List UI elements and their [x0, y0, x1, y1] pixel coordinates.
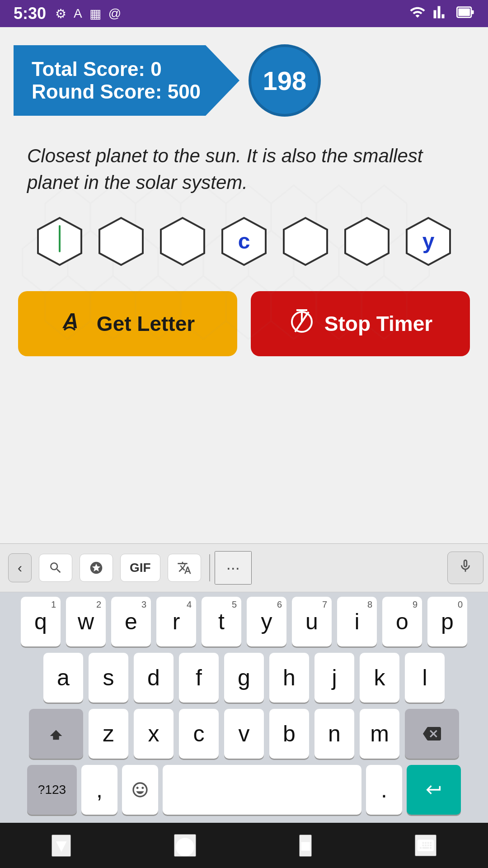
- keyboard-sticker-button[interactable]: [80, 554, 113, 582]
- gif-label: GIF: [130, 561, 151, 575]
- clue-container: Closest planet to the sun. It is also th…: [27, 143, 470, 196]
- keyboard-back-button[interactable]: ‹: [8, 553, 32, 582]
- nav-keyboard-button[interactable]: [415, 835, 436, 856]
- stop-timer-label: Stop Timer: [324, 311, 432, 336]
- keyboard-gif-button[interactable]: GIF: [120, 554, 160, 582]
- key-backspace[interactable]: [405, 709, 459, 759]
- score-banner: Total Score: 0 Round Score: 500: [14, 45, 239, 116]
- wifi-icon: [409, 4, 426, 24]
- svg-marker-29: [99, 218, 143, 265]
- status-bar: 5:30 ⚙ A ▦ @: [0, 0, 488, 27]
- key-f[interactable]: f: [179, 653, 219, 703]
- key-c[interactable]: c: [179, 709, 219, 759]
- timer-circle: 198: [249, 44, 321, 117]
- action-buttons: A Get Letter Stop Timer: [18, 291, 470, 356]
- key-j[interactable]: j: [314, 653, 354, 703]
- battery-icon: [456, 4, 474, 24]
- stop-timer-button[interactable]: Stop Timer: [251, 291, 470, 356]
- key-y[interactable]: 6y: [247, 597, 286, 646]
- clue-text: Closest planet to the sun. It is also th…: [27, 143, 470, 196]
- key-o[interactable]: 9o: [382, 597, 422, 646]
- nav-recent-button[interactable]: ■: [299, 835, 312, 857]
- timer-value: 198: [263, 66, 307, 96]
- key-i[interactable]: 8i: [337, 597, 377, 646]
- key-enter[interactable]: [407, 765, 461, 815]
- key-p[interactable]: 0p: [427, 597, 467, 646]
- key-u[interactable]: 7u: [292, 597, 332, 646]
- key-q[interactable]: 1q: [21, 597, 61, 646]
- card-icon: ▦: [89, 6, 101, 21]
- stop-timer-icon: [288, 307, 315, 340]
- hex-letter-0: [59, 225, 61, 257]
- get-letter-icon: A: [61, 307, 88, 340]
- key-e[interactable]: 3e: [111, 597, 151, 646]
- get-letter-label: Get Letter: [97, 311, 195, 336]
- keyboard-more-button[interactable]: ···: [215, 551, 252, 585]
- key-shift[interactable]: [29, 709, 83, 759]
- keyboard-mic-button[interactable]: [447, 552, 483, 584]
- hex-letter-3: c: [238, 229, 250, 254]
- keyboard-container: ‹ GIF ··· 1q 2w 3e 4r 5t 6y 7u 8i: [0, 543, 488, 823]
- kb-row-1: 1q 2w 3e 4r 5t 6y 7u 8i 9o 0p: [3, 597, 485, 646]
- key-h[interactable]: h: [269, 653, 309, 703]
- status-icons-left: ⚙ A ▦ @: [55, 6, 121, 21]
- hex-row: c y: [9, 214, 479, 269]
- key-num-switch[interactable]: ?123: [27, 765, 77, 815]
- hex-cell-0[interactable]: [33, 214, 87, 269]
- key-v[interactable]: v: [224, 709, 264, 759]
- hex-cell-1[interactable]: [94, 214, 148, 269]
- status-icons-right: [409, 4, 474, 24]
- hex-cell-2[interactable]: [155, 214, 210, 269]
- key-period[interactable]: .: [366, 765, 402, 815]
- total-score: Total Score: 0: [32, 58, 203, 80]
- a-icon: A: [74, 6, 82, 21]
- hex-cell-4[interactable]: [278, 214, 333, 269]
- svg-rect-2: [471, 10, 474, 14]
- key-space[interactable]: [163, 765, 361, 815]
- nav-bar: ▼ ⬤ ■: [0, 823, 488, 868]
- status-left-group: 5:30 ⚙ A ▦ @: [14, 4, 121, 23]
- key-g[interactable]: g: [224, 653, 264, 703]
- key-d[interactable]: d: [134, 653, 174, 703]
- signal-icon: [433, 4, 449, 24]
- status-time: 5:30: [14, 4, 46, 23]
- svg-marker-33: [345, 218, 389, 265]
- hex-letter-6: y: [422, 229, 435, 254]
- key-z[interactable]: z: [89, 709, 128, 759]
- key-comma[interactable]: ,: [81, 765, 117, 815]
- key-emoji[interactable]: [122, 765, 158, 815]
- key-w[interactable]: 2w: [66, 597, 106, 646]
- keyboard-translate-button[interactable]: [168, 554, 201, 582]
- hex-cell-5[interactable]: [340, 214, 394, 269]
- nav-home-button[interactable]: ⬤: [174, 834, 196, 857]
- keyboard-search-button[interactable]: [39, 554, 72, 582]
- key-n[interactable]: n: [314, 709, 354, 759]
- score-section: Total Score: 0 Round Score: 500 198: [14, 45, 239, 116]
- keyboard-toolbar: ‹ GIF ···: [0, 544, 488, 592]
- svg-rect-1: [458, 8, 470, 16]
- key-s[interactable]: s: [89, 653, 128, 703]
- kb-row-4: ?123 , .: [3, 765, 485, 815]
- kb-row-2: a s d f g h j k l: [3, 653, 485, 703]
- key-b[interactable]: b: [269, 709, 309, 759]
- keyboard-rows: 1q 2w 3e 4r 5t 6y 7u 8i 9o 0p a s d f g …: [0, 592, 488, 823]
- round-score: Round Score: 500: [32, 80, 203, 103]
- get-letter-button[interactable]: A Get Letter: [18, 291, 237, 356]
- nav-back-button[interactable]: ▼: [52, 835, 71, 857]
- key-t[interactable]: 5t: [202, 597, 241, 646]
- key-l[interactable]: l: [405, 653, 445, 703]
- key-r[interactable]: 4r: [156, 597, 196, 646]
- key-x[interactable]: x: [134, 709, 174, 759]
- toolbar-separator: [209, 554, 210, 581]
- hex-cell-6[interactable]: y: [401, 214, 455, 269]
- hex-cell-3[interactable]: c: [217, 214, 271, 269]
- svg-marker-30: [161, 218, 204, 265]
- key-m[interactable]: m: [360, 709, 399, 759]
- settings-icon: ⚙: [55, 6, 66, 21]
- key-k[interactable]: k: [360, 653, 399, 703]
- kb-row-3: z x c v b n m: [3, 709, 485, 759]
- at-icon: @: [108, 6, 121, 21]
- svg-marker-32: [284, 218, 327, 265]
- key-a[interactable]: a: [43, 653, 83, 703]
